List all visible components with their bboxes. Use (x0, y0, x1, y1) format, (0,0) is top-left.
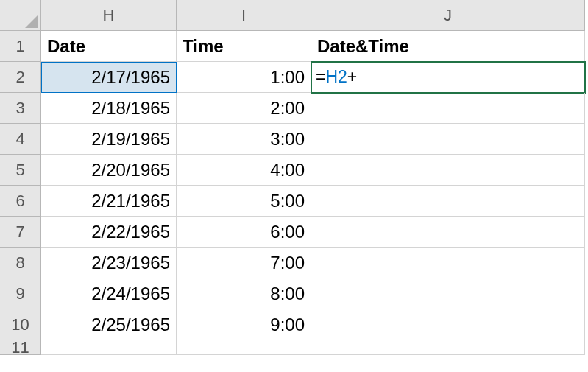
row-header[interactable]: 10 (0, 309, 41, 340)
row-header[interactable]: 2 (0, 62, 41, 93)
cell-J5[interactable] (311, 155, 585, 186)
cell-I11[interactable] (177, 340, 311, 355)
cell-J1[interactable]: Date&Time (311, 31, 585, 62)
row-header[interactable]: 6 (0, 186, 41, 217)
cell-H8[interactable]: 2/23/1965 (41, 248, 177, 278)
cell-J11[interactable] (311, 340, 585, 355)
row-header[interactable]: 3 (0, 93, 41, 124)
row-header[interactable]: 5 (0, 155, 41, 186)
row-header[interactable]: 7 (0, 217, 41, 248)
cell-H7[interactable]: 2/22/1965 (41, 217, 177, 248)
cell-H3[interactable]: 2/18/1965 (41, 93, 177, 124)
formula-operator: + (347, 67, 357, 87)
cell-I9[interactable]: 8:00 (177, 278, 311, 309)
cell-H6[interactable]: 2/21/1965 (41, 186, 177, 217)
cell-H1[interactable]: Date (41, 31, 177, 62)
row-header[interactable]: 11 (0, 340, 41, 355)
column-header-J[interactable]: J (311, 0, 585, 31)
cell-I8[interactable]: 7:00 (177, 248, 311, 278)
cell-I1[interactable]: Time (177, 31, 311, 62)
cell-I10[interactable]: 9:00 (177, 309, 311, 340)
cell-J8[interactable] (311, 248, 585, 278)
cell-I4[interactable]: 3:00 (177, 124, 311, 155)
column-header-I[interactable]: I (177, 0, 311, 31)
select-all-corner[interactable] (0, 0, 41, 31)
cell-J9[interactable] (311, 278, 585, 309)
cell-J2-formula-input[interactable]: =H2+ (311, 62, 585, 93)
spreadsheet-grid: H I J 1 Date Time Date&Time 2 2/17/1965 … (0, 0, 588, 371)
cell-I3[interactable]: 2:00 (177, 93, 311, 124)
cell-J6[interactable] (311, 186, 585, 217)
cell-I7[interactable]: 6:00 (177, 217, 311, 248)
cell-J10[interactable] (311, 309, 585, 340)
cell-J7[interactable] (311, 217, 585, 248)
cell-H2[interactable]: 2/17/1965 (41, 62, 177, 93)
cell-H4[interactable]: 2/19/1965 (41, 124, 177, 155)
cell-J3[interactable] (311, 93, 585, 124)
cell-H9[interactable]: 2/24/1965 (41, 278, 177, 309)
cell-H10[interactable]: 2/25/1965 (41, 309, 177, 340)
row-header[interactable]: 1 (0, 31, 41, 62)
cell-H5[interactable]: 2/20/1965 (41, 155, 177, 186)
cell-I5[interactable]: 4:00 (177, 155, 311, 186)
row-header[interactable]: 8 (0, 248, 41, 278)
formula-reference: H2 (325, 67, 347, 87)
formula-equals: = (316, 67, 325, 87)
cell-J4[interactable] (311, 124, 585, 155)
row-header[interactable]: 9 (0, 278, 41, 309)
column-header-H[interactable]: H (41, 0, 177, 31)
row-header[interactable]: 4 (0, 124, 41, 155)
cell-H11[interactable] (41, 340, 177, 355)
cell-I6[interactable]: 5:00 (177, 186, 311, 217)
cell-I2[interactable]: 1:00 (177, 62, 311, 93)
